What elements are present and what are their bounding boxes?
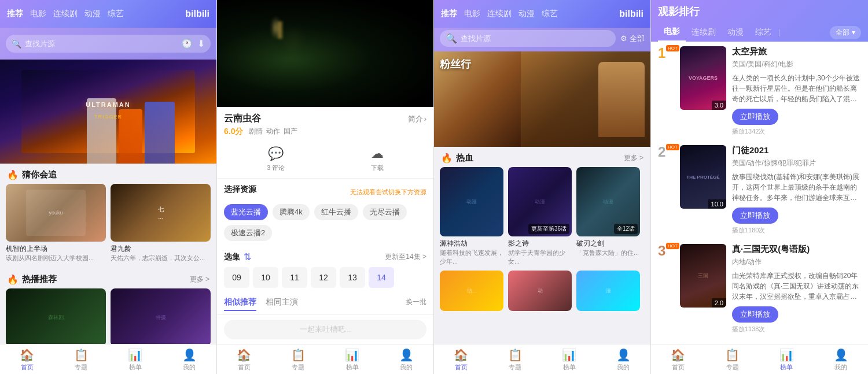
topic-icon-2: 📋 [291, 348, 306, 362]
video-intro-btn[interactable]: 简介 › [408, 114, 426, 124]
bottom-nav-topic-2[interactable]: 📋 专题 [271, 348, 326, 372]
bottom-nav-topic-1[interactable]: 📋 专题 [54, 348, 109, 372]
episode-sort-icon[interactable]: ⇅ [244, 251, 251, 262]
bottom-nav-mine-1[interactable]: 👤 我的 [163, 348, 217, 372]
rec-tab-similar[interactable]: 相似推荐 [224, 297, 256, 311]
chip-speed2[interactable]: 极速云播2 [224, 225, 272, 241]
change-btn[interactable]: 换一批 [406, 297, 426, 311]
episode-update[interactable]: 更新至14集 > [385, 252, 426, 262]
p4-filter-label: 全部 [836, 28, 849, 38]
nav-item-recommend-1[interactable]: 推荐 [7, 9, 23, 19]
guess-img-inner-1: youku [6, 184, 106, 242]
hot-card-title-yuanshen: 源神浩劫 [440, 239, 503, 249]
comment-action[interactable]: 💬 3 评论 [267, 146, 285, 172]
p4-filter-btn[interactable]: 全部 ▾ [830, 26, 861, 39]
bottom-nav-home-3[interactable]: 🏠 首页 [434, 348, 488, 372]
episode-btn-13[interactable]: 13 [340, 267, 365, 288]
hot-card-1[interactable]: 森林剧 [6, 288, 106, 344]
home-icon-3: 🏠 [454, 348, 468, 362]
bottom-card-3[interactable]: 漫 [576, 271, 640, 311]
bottom-nav-rank-3[interactable]: 📊 榜单 [542, 348, 597, 372]
nav-recommend-3[interactable]: 推荐 [441, 9, 457, 19]
download-action[interactable]: ☁ 下载 [371, 146, 384, 172]
mine-icon-2: 👤 [399, 348, 414, 362]
guess-card-2[interactable]: 七... 君九龄 天佑六年，志宗崩逝，其次女公... [111, 184, 211, 262]
rank-img-wrap-1[interactable]: VOYAGERS 3.0 [680, 46, 726, 110]
filter-search-3[interactable]: 🔍 查找片源 [440, 30, 616, 47]
p4-tab-movie[interactable]: 电影 [658, 23, 686, 42]
nav-movie-3[interactable]: 电影 [464, 9, 480, 19]
episode-btn-09[interactable]: 09 [224, 267, 249, 288]
chip-redbull[interactable]: 红牛云播 [314, 204, 358, 220]
nav-series-3[interactable]: 连续剧 [487, 9, 512, 19]
guess-card-desc-1: 该剧从四名剧刚迈入大学校园... [6, 254, 106, 262]
bottom-nav-home-2[interactable]: 🏠 首页 [217, 348, 271, 372]
rank-play-btn-3[interactable]: 立即播放 [732, 306, 778, 323]
hot-card-img-yuanshen: 动漫 [440, 167, 503, 236]
bottom-nav-1: 🏠 首页 📋 专题 📊 榜单 👤 我的 [0, 344, 216, 374]
rank-label-1: 榜单 [129, 363, 142, 372]
section-hot-more[interactable]: 更多 > [190, 275, 209, 284]
hot-card-2[interactable]: 特摄 [111, 288, 211, 344]
episode-btn-12[interactable]: 12 [311, 267, 336, 288]
filter-all-btn[interactable]: ⚙ 全部 [620, 34, 645, 44]
bottom-nav-topic-3[interactable]: 📋 专题 [488, 348, 543, 372]
download-icon-1[interactable]: ⬇ [197, 38, 205, 49]
comment-input-field[interactable]: 一起来吐槽吧... [224, 320, 426, 339]
nav-item-movie-1[interactable]: 电影 [30, 9, 46, 19]
bottom-nav-mine-4[interactable]: 👤 我的 [814, 348, 868, 372]
hero-image-1[interactable]: ULTRAMAN TRIGGER [0, 60, 216, 164]
video-player[interactable] [217, 0, 433, 107]
nav-item-series-1[interactable]: 连续剧 [53, 9, 78, 19]
nav-variety-3[interactable]: 综艺 [542, 9, 558, 19]
hot-card-blade[interactable]: 动漫 全12话 破刃之剑 「克鲁森大陆」的住... [576, 167, 640, 266]
rank-img-wrap-3[interactable]: 三国 2.0 [680, 244, 726, 308]
rank-num-wrap-1: 1 HOT [658, 46, 674, 60]
bottom-nav-mine-2[interactable]: 👤 我的 [380, 348, 434, 372]
episode-btn-14[interactable]: 14 [369, 267, 394, 288]
bottom-card-2[interactable]: 动 [508, 271, 572, 311]
rank-play-btn-2[interactable]: 立即播放 [732, 208, 778, 224]
history-icon-1[interactable]: 🕐 [181, 38, 193, 49]
guess-card-desc-2: 天佑六年，志宗崩逝，其次女公... [111, 254, 211, 262]
hero-image-3[interactable]: 粉丝行 [434, 51, 650, 147]
hot-card-yuanshen[interactable]: 动漫 源神浩劫 随着科技的飞速发展，少年... [440, 167, 503, 266]
p4-header: 观影排行 电影 连续剧 动漫 综艺 | 全部 ▾ [651, 0, 868, 42]
guess-card-1[interactable]: youku 机智的上半场 该剧从四名剧刚迈入大学校园... [6, 184, 106, 262]
chip-endless[interactable]: 无尽云播 [363, 204, 407, 220]
section-hot-blood-more[interactable]: 更多 > [624, 153, 643, 163]
bottom-nav-mine-3[interactable]: 👤 我的 [597, 348, 651, 372]
p4-tab-series[interactable]: 连续剧 [686, 24, 722, 41]
bottom-nav-topic-4[interactable]: 📋 专题 [705, 348, 760, 372]
bottom-nav-rank-2[interactable]: 📊 榜单 [325, 348, 380, 372]
bottom-card-img-2: 动 [508, 271, 572, 311]
episode-grid: 09 10 11 12 13 14 [224, 267, 426, 288]
episode-btn-10[interactable]: 10 [253, 267, 278, 288]
rec-tab-cast[interactable]: 相同主演 [266, 297, 298, 311]
bottom-nav-home-4[interactable]: 🏠 首页 [651, 348, 705, 372]
search-actions-1: 🕐 ⬇ [181, 38, 205, 49]
video-tag-1: 动作 [266, 127, 280, 137]
nav-item-anime-1[interactable]: 动漫 [84, 9, 101, 19]
rank-play-btn-1[interactable]: 立即播放 [732, 109, 778, 125]
fire-icon-blood: 🔥 [441, 153, 453, 164]
nav-item-variety-1[interactable]: 综艺 [108, 9, 124, 19]
video-title: 云南虫谷 [224, 113, 261, 125]
video-tag-0: 剧情 [249, 127, 263, 137]
p4-tab-variety[interactable]: 综艺 [749, 24, 777, 41]
hot-card-shadow[interactable]: 动漫 更新至第36话 影之诗 就学于天青学园的少女... [508, 167, 572, 266]
rank-icon-4: 📊 [779, 348, 794, 362]
p4-tab-anime[interactable]: 动漫 [722, 24, 749, 41]
guess-card-grid: youku 机智的上半场 该剧从四名剧刚迈入大学校园... 七... 君九龄 天… [0, 184, 216, 268]
bottom-nav-home-1[interactable]: 🏠 首页 [0, 348, 54, 372]
bottom-nav-rank-4[interactable]: 📊 榜单 [760, 348, 814, 372]
rank-img-wrap-2[interactable]: THE PROTÉGÉ 10.0 [680, 145, 726, 209]
chip-blue-cloud[interactable]: 蓝光云播 [224, 204, 268, 220]
rank-item-3: 3 HOT 三国 2.0 真·三国无双(粤语版) 内地/动作 由光荣特库摩正式授… [658, 244, 861, 334]
episode-btn-11[interactable]: 11 [282, 267, 307, 288]
chip-tencent-4k[interactable]: 腾腾4k [273, 204, 310, 220]
nav-anime-3[interactable]: 动漫 [518, 9, 535, 19]
bottom-card-1[interactable]: 结... [440, 271, 503, 311]
search-bar-1[interactable]: 🔍 查找片源 🕐 ⬇ [6, 35, 211, 53]
bottom-nav-rank-1[interactable]: 📊 榜单 [108, 348, 163, 372]
